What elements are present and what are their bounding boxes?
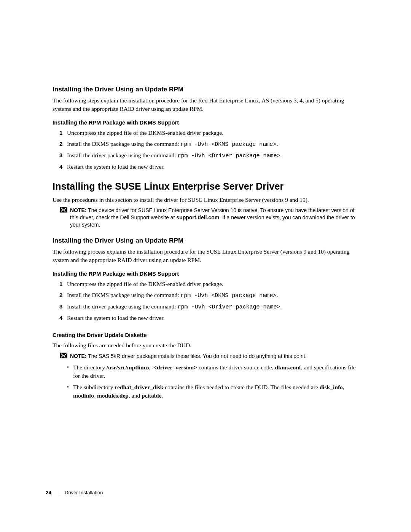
footer-section-title: Driver Installation bbox=[65, 490, 103, 495]
dud-bullets: The directory /usr/src/mptlinux -<driver… bbox=[53, 363, 362, 399]
path-text: redhat_driver_disk bbox=[115, 384, 163, 390]
bullet-text: The directory bbox=[73, 364, 107, 371]
command-text: rpm -Uvh <Driver package name> bbox=[178, 153, 280, 159]
file-text: modules.dep bbox=[97, 392, 129, 399]
list-item: Install the driver package using the com… bbox=[61, 151, 362, 160]
note-label: NOTE: bbox=[70, 207, 87, 213]
suse-section-heading: Installing the SUSE Linux Enterprise Ser… bbox=[53, 181, 362, 192]
list-item: Uncompress the zipped file of the DKMS-e… bbox=[61, 280, 362, 288]
note-body: The SAS 5/iR driver package installs the… bbox=[88, 353, 306, 359]
note-text: NOTE: The device driver for SUSE Linux E… bbox=[70, 207, 355, 228]
bullet-text: , bbox=[343, 384, 344, 390]
file-text: disk_info bbox=[320, 384, 343, 390]
bullet-text: The subdirectory bbox=[73, 384, 115, 390]
list-item: Restart the system to load the new drive… bbox=[61, 163, 362, 171]
suse-dkms-heading: Installing the RPM Package with DKMS Sup… bbox=[53, 271, 362, 277]
list-item: The subdirectory redhat_driver_disk cont… bbox=[67, 383, 362, 399]
file-text: dkms.conf bbox=[275, 364, 301, 371]
note-text: NOTE: The SAS 5/iR driver package instal… bbox=[70, 353, 307, 359]
list-item: Install the DKMS package using the comma… bbox=[61, 291, 362, 300]
suse-note: NOTE: The device driver for SUSE Linux E… bbox=[60, 207, 362, 228]
step-text: . bbox=[280, 303, 282, 310]
command-text: rpm -Uvh <Driver package name> bbox=[178, 304, 280, 310]
bullet-text: contains the files needed to create the … bbox=[163, 384, 319, 390]
note-icon bbox=[60, 353, 67, 358]
list-item: Uncompress the zipped file of the DKMS-e… bbox=[61, 129, 362, 137]
step-text: Install the DKMS package using the comma… bbox=[67, 141, 180, 147]
step-text: Install the driver package using the com… bbox=[67, 152, 178, 158]
file-text: pcitable bbox=[142, 392, 162, 399]
step-text: Install the DKMS package using the comma… bbox=[67, 292, 180, 298]
support-link: support.dell.com bbox=[176, 214, 219, 220]
list-item: The directory /usr/src/mptlinux -<driver… bbox=[67, 363, 362, 380]
bullet-text: , and bbox=[129, 392, 142, 399]
command-text: rpm -Uvh <DKMS package name> bbox=[180, 141, 276, 148]
rh-update-rpm-para: The following steps explain the installa… bbox=[53, 96, 362, 113]
list-item: Install the driver package using the com… bbox=[61, 302, 362, 311]
suse-intro-para: Use the procedures in this section to in… bbox=[53, 196, 362, 204]
dud-intro-para: The following files are needed before yo… bbox=[53, 341, 362, 350]
rh-update-rpm-heading: Installing the Driver Using an Update RP… bbox=[53, 86, 362, 93]
command-text: rpm -Uvh <DKMS package name> bbox=[180, 292, 276, 299]
dud-note: NOTE: The SAS 5/iR driver package instal… bbox=[60, 353, 362, 360]
rh-dkms-heading: Installing the RPM Package with DKMS Sup… bbox=[53, 120, 362, 126]
page-footer: 24 Driver Installation bbox=[46, 490, 103, 495]
bullet-text: . bbox=[162, 392, 163, 399]
footer-separator bbox=[60, 490, 60, 495]
file-text: modinfo bbox=[73, 392, 94, 399]
step-text: . bbox=[276, 141, 278, 147]
step-text: Install the driver package using the com… bbox=[67, 303, 178, 310]
suse-dkms-steps: Uncompress the zipped file of the DKMS-e… bbox=[53, 280, 362, 322]
bullet-text: , bbox=[94, 392, 97, 399]
bullet-text: contains the driver source code, bbox=[197, 364, 275, 371]
page-number: 24 bbox=[46, 490, 51, 495]
rh-dkms-steps: Uncompress the zipped file of the DKMS-e… bbox=[53, 129, 362, 171]
suse-update-rpm-heading: Installing the Driver Using an Update RP… bbox=[53, 237, 362, 244]
dud-heading: Creating the Driver Update Diskette bbox=[53, 332, 362, 338]
step-text: . bbox=[280, 152, 282, 158]
list-item: Install the DKMS package using the comma… bbox=[61, 140, 362, 149]
path-text: /usr/src/mptlinux -<driver_version> bbox=[107, 364, 197, 371]
note-label: NOTE: bbox=[70, 353, 87, 359]
note-icon bbox=[60, 207, 67, 212]
step-text: . bbox=[276, 292, 278, 298]
list-item: Restart the system to load the new drive… bbox=[61, 314, 362, 322]
suse-update-rpm-para: The following process explains the insta… bbox=[53, 248, 362, 264]
